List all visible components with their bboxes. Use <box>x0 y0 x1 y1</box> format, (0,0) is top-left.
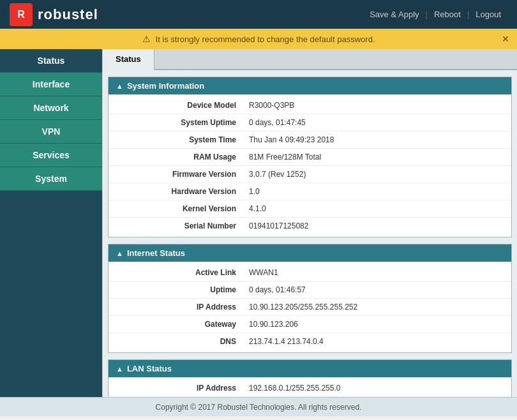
table-row: IP Address 192.168.0.1/255.255.255.0 <box>109 380 511 397</box>
internet-status-title: Internet Status <box>127 248 185 258</box>
reboot-button[interactable]: Reboot <box>428 10 467 19</box>
value-gateway: 10.90.123.206 <box>249 320 298 329</box>
table-row: Firmware Version 3.0.7 (Rev 1252) <box>109 166 511 183</box>
main-layout: Status Interface Network VPN Services Sy… <box>0 49 517 397</box>
value-device-model: R3000-Q3PB <box>249 101 294 110</box>
lan-status-body: IP Address 192.168.0.1/255.255.255.0 MAC… <box>109 377 511 397</box>
label-system-uptime: System Uptime <box>109 118 249 127</box>
tab-status[interactable]: Status <box>103 49 154 70</box>
table-row: RAM Usage 81M Free/128M Total <box>109 149 511 166</box>
tab-bar: Status <box>103 49 517 70</box>
header: R robustel Save & Apply | Reboot | Logou… <box>0 0 517 29</box>
table-row: Hardware Version 1.0 <box>109 183 511 200</box>
value-ip-address-internet: 10.90.123.205/255.255.255.252 <box>249 303 357 311</box>
footer-text: Copyright © 2017 Robustel Technologies. … <box>156 403 362 412</box>
warning-bar: ⚠ It is strongly recommended to change t… <box>0 29 517 49</box>
collapse-arrow-lan[interactable]: ▲ <box>116 365 123 373</box>
sidebar-item-services[interactable]: Services <box>0 144 102 167</box>
sidebar-item-vpn[interactable]: VPN <box>0 120 102 144</box>
label-serial-number: Serial Number <box>109 221 249 230</box>
internet-status-section: ▲ Internet Status Active Link WWAN1 Upti… <box>108 244 512 353</box>
label-active-link: Active Link <box>109 268 249 277</box>
header-actions: Save & Apply | Reboot | Logout <box>363 10 507 19</box>
sidebar-item-system[interactable]: System <box>0 167 102 191</box>
value-firmware-version: 3.0.7 (Rev 1252) <box>249 170 306 179</box>
value-ip-address-lan: 192.168.0.1/255.255.255.0 <box>249 384 340 393</box>
sidebar-item-network[interactable]: Network <box>0 96 102 120</box>
save-apply-button[interactable]: Save & Apply <box>363 10 425 19</box>
footer: Copyright © 2017 Robustel Technologies. … <box>0 397 517 416</box>
table-row: Device Model R3000-Q3PB <box>109 97 511 114</box>
logo-text: robustel <box>38 6 98 23</box>
value-kernel-version: 4.1.0 <box>249 204 266 213</box>
table-row: System Time Thu Jan 4 09:49:23 2018 <box>109 131 511 149</box>
lan-status-header: ▲ LAN Status <box>109 360 511 377</box>
table-row: IP Address 10.90.123.205/255.255.255.252 <box>109 299 511 316</box>
value-serial-number: 01941017125082 <box>249 221 308 230</box>
table-row: DNS 213.74.1.4 213.74.0.4 <box>109 333 511 350</box>
sidebar-item-interface[interactable]: Interface <box>0 73 102 96</box>
system-information-title: System Information <box>127 81 204 91</box>
sidebar: Status Interface Network VPN Services Sy… <box>0 49 102 397</box>
label-kernel-version: Kernel Version <box>109 204 249 213</box>
system-information-header: ▲ System Information <box>109 77 511 94</box>
label-ram-usage: RAM Usage <box>109 153 249 161</box>
warning-close-button[interactable]: ✕ <box>502 34 509 44</box>
sidebar-item-status[interactable]: Status <box>0 49 102 73</box>
content-area[interactable]: Status ▲ System Information Device Model… <box>102 49 517 397</box>
value-ram-usage: 81M Free/128M Total <box>249 153 321 161</box>
value-system-uptime: 0 days, 01:47:45 <box>249 118 306 127</box>
collapse-arrow[interactable]: ▲ <box>116 82 123 90</box>
table-row: Gateway 10.90.123.206 <box>109 316 511 333</box>
logout-button[interactable]: Logout <box>469 10 507 19</box>
label-ip-address-internet: IP Address <box>109 303 249 311</box>
logo-area: R robustel <box>10 3 98 26</box>
system-information-body: Device Model R3000-Q3PB System Uptime 0 … <box>109 94 511 237</box>
label-gateway: Gateway <box>109 320 249 329</box>
value-hardware-version: 1.0 <box>249 187 260 196</box>
table-row: Kernel Version 4.1.0 <box>109 200 511 218</box>
warning-icon: ⚠ <box>142 34 151 44</box>
label-system-time: System Time <box>109 135 249 144</box>
label-ip-address-lan: IP Address <box>109 384 249 393</box>
logo-icon: R <box>10 3 33 26</box>
label-firmware-version: Firmware Version <box>109 170 249 179</box>
table-row: System Uptime 0 days, 01:47:45 <box>109 114 511 131</box>
value-system-time: Thu Jan 4 09:49:23 2018 <box>249 135 334 144</box>
label-dns: DNS <box>109 337 249 346</box>
value-uptime: 0 days, 01:46:57 <box>249 285 306 294</box>
lan-status-section: ▲ LAN Status IP Address 192.168.0.1/255.… <box>108 359 512 397</box>
table-row: Serial Number 01941017125082 <box>109 218 511 234</box>
label-uptime: Uptime <box>109 285 249 294</box>
table-row: Uptime 0 days, 01:46:57 <box>109 281 511 299</box>
system-information-section: ▲ System Information Device Model R3000-… <box>108 77 512 237</box>
collapse-arrow-internet[interactable]: ▲ <box>116 250 123 257</box>
lan-status-title: LAN Status <box>127 364 172 373</box>
value-dns: 213.74.1.4 213.74.0.4 <box>249 337 324 346</box>
table-row: Active Link WWAN1 <box>109 264 511 281</box>
value-active-link: WWAN1 <box>249 268 278 277</box>
warning-message: It is strongly recommended to change the… <box>156 34 375 44</box>
label-hardware-version: Hardware Version <box>109 187 249 196</box>
label-device-model: Device Model <box>109 101 249 110</box>
internet-status-body: Active Link WWAN1 Uptime 0 days, 01:46:5… <box>109 262 511 352</box>
internet-status-header: ▲ Internet Status <box>109 244 511 262</box>
